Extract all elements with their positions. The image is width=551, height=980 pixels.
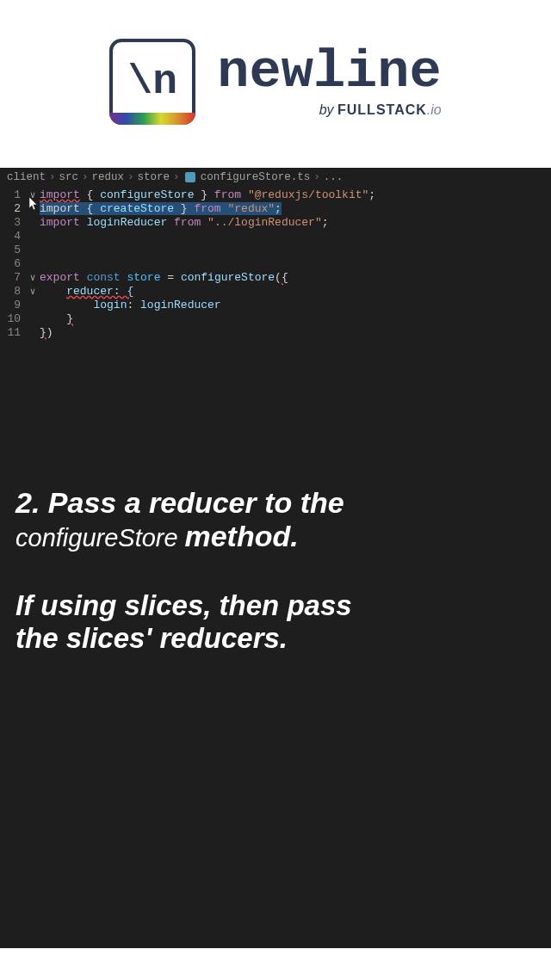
typescript-file-icon (185, 172, 195, 182)
code-line[interactable]: 3import loginReducer from "../loginReduc… (0, 216, 551, 230)
fold-chevron-icon (26, 257, 40, 271)
code-line[interactable]: 4 (0, 230, 551, 243)
fold-chevron-icon (26, 312, 40, 326)
code-content[interactable] (40, 243, 551, 257)
caption-code-term: configureStore (15, 524, 178, 552)
brand-text: newline by FULLSTACK.io (217, 46, 441, 118)
breadcrumb-segment[interactable]: src (59, 171, 79, 183)
line-number: 9 (0, 299, 26, 312)
logo-icon-box: \n (109, 39, 195, 125)
chevron-right-icon: › (313, 171, 320, 183)
logo-header: \n newline by FULLSTACK.io (0, 0, 551, 168)
line-number: 2 (0, 202, 26, 216)
logo-symbol: \n (127, 59, 177, 105)
fold-chevron-icon (26, 202, 40, 216)
caption-text: If using slices, then pass (15, 589, 536, 622)
brand-name: newline (217, 46, 441, 99)
code-line[interactable]: 7∨export const store = configureStore({ (0, 271, 551, 285)
caption-sub: If using slices, then pass the slices' r… (0, 589, 551, 655)
line-number: 1 (0, 188, 26, 202)
chevron-right-icon: › (173, 171, 180, 183)
fold-chevron-icon (26, 216, 40, 230)
code-content[interactable] (40, 230, 551, 243)
brand-byline: by FULLSTACK.io (217, 102, 441, 118)
chevron-right-icon: › (127, 171, 134, 183)
fold-chevron-icon (26, 243, 40, 257)
caption-step: 2. Pass a reducer to the configureStore … (0, 486, 551, 553)
line-number: 8 (0, 285, 26, 299)
code-line[interactable]: 9 login: loginReducer (0, 299, 551, 312)
caption-text: the slices' reducers. (15, 622, 536, 655)
line-number: 4 (0, 230, 26, 243)
line-number: 7 (0, 271, 26, 285)
code-content[interactable]: import loginReducer from "../loginReduce… (40, 216, 551, 230)
line-number: 10 (0, 312, 26, 326)
fold-chevron-icon[interactable]: ∨ (26, 271, 40, 285)
breadcrumb-segment[interactable]: store (138, 171, 170, 183)
breadcrumb-segment[interactable]: redux (92, 171, 125, 183)
breadcrumb-file[interactable]: configureStore.ts (201, 171, 311, 183)
fold-chevron-icon[interactable]: ∨ (26, 285, 40, 299)
code-line[interactable]: 11}) (0, 326, 551, 340)
fold-chevron-icon (26, 299, 40, 312)
line-number: 3 (0, 216, 26, 230)
code-line[interactable]: 10 } (0, 312, 551, 326)
fold-chevron-icon[interactable]: ∨ (26, 188, 40, 202)
breadcrumb-segment[interactable]: client (7, 171, 46, 183)
caption-text: method. (184, 520, 298, 552)
line-number: 6 (0, 257, 26, 271)
code-content[interactable]: login: loginReducer (40, 299, 551, 312)
code-line[interactable]: 6 (0, 257, 551, 271)
code-content[interactable]: } (40, 312, 551, 326)
code-content[interactable] (40, 257, 551, 271)
fold-chevron-icon (26, 230, 40, 243)
caption-text: 2. Pass a reducer to the (15, 486, 536, 520)
code-area[interactable]: 1∨import { configureStore } from "@redux… (0, 187, 551, 342)
code-line[interactable]: 2import { createStore } from "redux"; (0, 202, 551, 216)
chevron-right-icon: › (49, 171, 56, 183)
line-number: 5 (0, 243, 26, 257)
code-line[interactable]: 1∨import { configureStore } from "@redux… (0, 188, 551, 202)
code-content[interactable]: }) (40, 326, 551, 340)
chevron-right-icon: › (82, 171, 89, 183)
fold-chevron-icon (26, 326, 40, 340)
line-number: 11 (0, 326, 26, 340)
breadcrumb[interactable]: client › src › redux › store › configure… (0, 168, 551, 187)
code-content[interactable]: import { configureStore } from "@reduxjs… (40, 188, 551, 202)
code-content[interactable]: reducer: { (40, 285, 551, 299)
code-content[interactable]: export const store = configureStore({ (40, 271, 551, 285)
breadcrumb-tail[interactable]: ... (324, 171, 344, 183)
code-line[interactable]: 5 (0, 243, 551, 257)
code-editor[interactable]: client › src › redux › store › configure… (0, 168, 551, 948)
code-content[interactable]: import { createStore } from "redux"; (40, 202, 551, 216)
code-line[interactable]: 8∨ reducer: { (0, 285, 551, 299)
